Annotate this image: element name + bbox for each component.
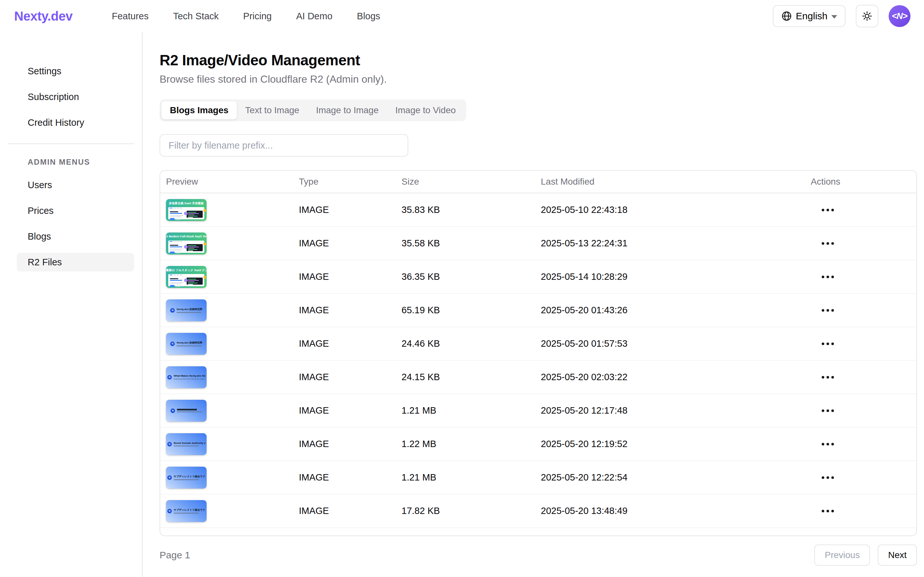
last-modified-cell: 2025-05-20 12:22:54 bbox=[541, 472, 811, 483]
actions-cell bbox=[811, 440, 916, 449]
size-cell: 24.15 KB bbox=[402, 372, 541, 382]
last-modified-cell: 2025-05-20 12:17:48 bbox=[541, 405, 811, 416]
column-header-last-modified: Last Modified bbox=[541, 177, 811, 187]
file-thumbnail[interactable]: A Modern Full-Stack SaaS Template bbox=[166, 232, 206, 255]
last-modified-cell: 2025-05-10 22:43:18 bbox=[541, 205, 811, 215]
file-thumbnail[interactable]: 最新の フルスタック SaaS テンプレート bbox=[166, 266, 206, 288]
files-table: PreviewTypeSizeLast ModifiedActions 多场景全… bbox=[160, 170, 917, 536]
type-cell: IMAGE bbox=[299, 405, 402, 416]
table-row: 最新の フルスタック SaaS テンプレートIMAGE36.35 KB2025-… bbox=[160, 260, 916, 293]
tab-image-to-image[interactable]: Image to Image bbox=[308, 101, 387, 119]
tab-image-to-video[interactable]: Image to Video bbox=[387, 101, 464, 119]
preview-cell: 多场景全栈 SaaS 开发模板 bbox=[160, 199, 299, 221]
type-cell: IMAGE bbox=[299, 372, 402, 382]
thumb-logo-icon: N bbox=[167, 442, 172, 446]
type-cell: IMAGE bbox=[299, 205, 402, 215]
type-cell: IMAGE bbox=[299, 506, 402, 516]
size-cell: 65.19 KB bbox=[402, 305, 541, 316]
preview-cell: 最新の フルスタック SaaS テンプレート bbox=[160, 266, 299, 288]
chevron-down-icon bbox=[831, 15, 837, 19]
size-cell: 36.35 KB bbox=[402, 271, 541, 282]
row-actions-button ellipsis-icon[interactable] bbox=[819, 306, 837, 315]
sidebar-item-settings[interactable]: Settings bbox=[17, 62, 134, 81]
table-row bbox=[160, 528, 916, 536]
row-actions-button ellipsis-icon[interactable] bbox=[819, 473, 837, 482]
sidebar-item-prices[interactable]: Prices bbox=[17, 201, 134, 220]
thumb-title: What Makes Nexty.dev Stand Out bbox=[174, 374, 205, 377]
table-row: A Modern Full-Stack SaaS TemplateIMAGE35… bbox=[160, 227, 916, 260]
previous-page-button[interactable]: Previous bbox=[814, 545, 870, 566]
actions-cell bbox=[811, 373, 916, 382]
last-modified-cell: 2025-05-20 01:43:26 bbox=[541, 305, 811, 316]
sun-icon bbox=[861, 11, 872, 21]
brand-logo[interactable]: Nexty.dev bbox=[14, 9, 73, 24]
nav-item-blogs[interactable]: Blogs bbox=[357, 11, 380, 21]
last-modified-cell: 2025-05-20 01:57:53 bbox=[541, 338, 811, 349]
size-cell: 1.21 MB bbox=[402, 472, 541, 483]
type-cell: IMAGE bbox=[299, 271, 402, 282]
globe-icon bbox=[781, 11, 792, 21]
thumb-title-bar bbox=[177, 409, 197, 410]
thumb-subtitle-bar bbox=[174, 445, 199, 446]
table-row: 多场景全栈 SaaS 开发模板IMAGE35.83 KB2025-05-10 2… bbox=[160, 193, 916, 227]
language-selector-button[interactable]: English bbox=[773, 5, 845, 27]
row-actions-button ellipsis-icon[interactable] bbox=[819, 272, 837, 281]
sidebar-item-blogs[interactable]: Blogs bbox=[17, 227, 134, 246]
next-page-button[interactable]: Next bbox=[878, 545, 917, 566]
yellow-dot bbox=[203, 209, 206, 212]
column-header-size: Size bbox=[402, 177, 541, 187]
nav-item-features[interactable]: Features bbox=[112, 11, 148, 21]
thumb-logo-icon: N bbox=[170, 342, 175, 346]
top-header: Nexty.dev FeaturesTech StackPricingAI De… bbox=[0, 0, 924, 32]
file-thumbnail[interactable]: NBoost Domain Authority with Subdirector… bbox=[166, 433, 206, 455]
nav-item-pricing[interactable]: Pricing bbox=[243, 11, 272, 21]
file-thumbnail[interactable]: NNexty.dev 的独特优势 bbox=[166, 300, 206, 321]
column-header-actions: Actions bbox=[811, 177, 916, 187]
filename-filter-input[interactable] bbox=[160, 134, 408, 156]
actions-cell bbox=[811, 272, 916, 281]
file-thumbnail[interactable]: N bbox=[166, 400, 206, 422]
row-actions-button ellipsis-icon[interactable] bbox=[819, 406, 837, 415]
theme-toggle-button[interactable] bbox=[856, 5, 878, 27]
yellow-dot bbox=[203, 242, 206, 245]
tab-blogs-images[interactable]: Blogs Images bbox=[161, 101, 237, 119]
size-cell: 35.58 KB bbox=[402, 238, 541, 248]
thumb-subtitle-bar bbox=[177, 411, 202, 412]
file-thumbnail[interactable]: NWhat Makes Nexty.dev Stand OutExploring… bbox=[166, 366, 206, 388]
thumb-title: 多场景全栈 SaaS 开发模板 bbox=[166, 201, 206, 206]
row-actions-button ellipsis-icon[interactable] bbox=[819, 339, 837, 348]
actions-cell bbox=[811, 306, 916, 315]
sidebar-item-r2-files[interactable]: R2 Files bbox=[17, 253, 134, 271]
user-avatar[interactable]: <N> bbox=[889, 5, 911, 27]
nav-item-ai-demo[interactable]: AI Demo bbox=[296, 11, 332, 21]
type-cell: IMAGE bbox=[299, 305, 402, 316]
file-thumbnail[interactable]: 多场景全栈 SaaS 开发模板 bbox=[166, 199, 206, 221]
thumb-logo-icon: N bbox=[167, 509, 172, 513]
nav-item-tech-stack[interactable]: Tech Stack bbox=[173, 11, 219, 21]
thumb-subtitle-bar bbox=[177, 345, 202, 347]
row-actions-button ellipsis-icon[interactable] bbox=[819, 239, 837, 248]
file-thumbnail[interactable]: Nサブディレクトリ統合でドメイン権威性を向上 bbox=[166, 500, 206, 522]
sidebar-item-users[interactable]: Users bbox=[17, 176, 134, 194]
actions-cell bbox=[811, 206, 916, 214]
row-actions-button ellipsis-icon[interactable] bbox=[819, 440, 837, 449]
preview-cell: N bbox=[160, 400, 299, 422]
tab-text-to-image[interactable]: Text to Image bbox=[237, 101, 308, 119]
file-thumbnail[interactable]: Nサブディレクトリ統合でドメイン権威性を向上 bbox=[166, 467, 206, 488]
preview-cell: Nサブディレクトリ統合でドメイン権威性を向上 bbox=[160, 500, 299, 522]
preview-cell: A Modern Full-Stack SaaS Template bbox=[160, 232, 299, 255]
last-modified-cell: 2025-05-20 02:03:22 bbox=[541, 372, 811, 382]
row-actions-button ellipsis-icon[interactable] bbox=[819, 206, 837, 214]
sidebar-item-credit-history[interactable]: Credit History bbox=[17, 113, 134, 132]
thumb-logo-icon: N bbox=[170, 308, 175, 313]
thumb-code-block bbox=[187, 244, 203, 251]
thumb-logo-icon: N bbox=[171, 408, 175, 413]
row-actions-button ellipsis-icon[interactable] bbox=[819, 506, 837, 516]
main-nav: FeaturesTech StackPricingAI DemoBlogs bbox=[112, 11, 380, 21]
file-thumbnail[interactable]: NNexty.dev 的独特优势 bbox=[166, 333, 206, 355]
sidebar-item-subscription[interactable]: Subscription bbox=[17, 87, 134, 106]
last-modified-cell: 2025-05-13 22:24:31 bbox=[541, 238, 811, 248]
row-actions-button ellipsis-icon[interactable] bbox=[819, 373, 837, 382]
type-cell: IMAGE bbox=[299, 472, 402, 483]
type-cell: IMAGE bbox=[299, 338, 402, 349]
